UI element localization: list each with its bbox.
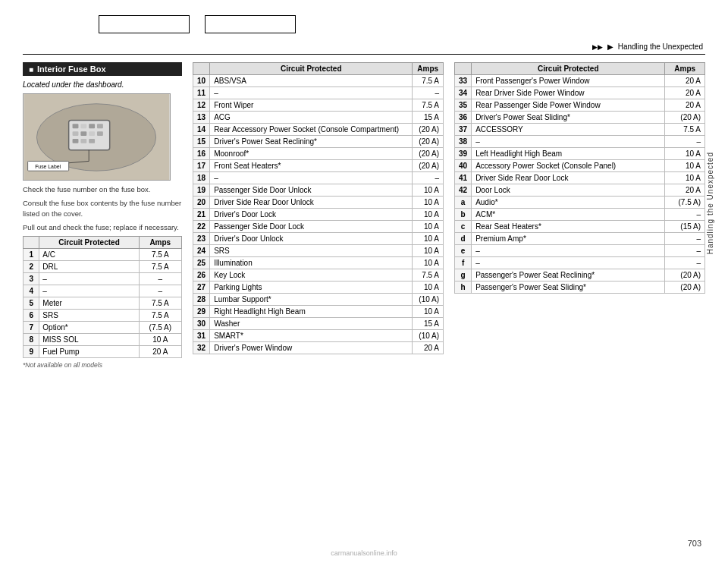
row-num: 10: [193, 75, 210, 87]
table-row: 31 SMART* (10 A): [193, 330, 444, 342]
row-circuit: Front Wiper: [210, 99, 413, 112]
row-circuit: Driver's Door Unlock: [210, 233, 413, 245]
left-table-col-num: [24, 237, 39, 249]
row-circuit: ABS/VSA: [210, 75, 413, 87]
table-row: 14 Rear Accessory Power Socket (Console …: [193, 124, 444, 136]
row-amps: 20 A: [665, 75, 705, 87]
row-amps: (7.5 A): [139, 322, 181, 334]
row-amps: 10 A: [413, 233, 444, 245]
left-table-col-amps: Amps: [139, 237, 181, 249]
row-amps: (10 A): [413, 330, 444, 342]
row-amps: 15 A: [413, 318, 444, 330]
svg-rect-8: [80, 131, 86, 136]
table-row: 9 Fuel Pump 20 A: [24, 346, 182, 358]
nav-box-1: [99, 15, 190, 33]
table-row: h Passenger's Power Seat Sliding* (20 A): [455, 282, 705, 294]
mid-col-num: [193, 63, 210, 75]
table-row: 7 Option* (7.5 A): [24, 322, 182, 334]
table-row: 18 – –: [193, 172, 444, 184]
row-circuit: Lumbar Support*: [210, 294, 413, 306]
row-num: 31: [193, 330, 210, 342]
row-circuit: Right Headlight High Beam: [210, 306, 413, 318]
row-num: 30: [193, 318, 210, 330]
row-amps: 7.5 A: [139, 297, 181, 310]
table-row: 5 Meter 7.5 A: [24, 297, 182, 310]
left-table-col-circuit: Circuit Protected: [39, 237, 139, 249]
row-circuit: Rear Driver Side Power Window: [472, 87, 665, 99]
right-column: Circuit Protected Amps 33 Front Passenge…: [454, 62, 705, 294]
table-row: 12 Front Wiper 7.5 A: [193, 99, 444, 112]
row-amps: (20 A): [413, 148, 444, 160]
svg-rect-13: [89, 139, 95, 143]
row-num: 13: [193, 112, 210, 124]
mid-column: Circuit Protected Amps 10 ABS/VSA 7.5 A …: [193, 62, 444, 354]
side-chapter-label: Handling the Unexpected: [706, 152, 714, 254]
row-circuit: SRS: [39, 310, 139, 322]
row-amps: (20 A): [413, 160, 444, 172]
nav-box-2: [205, 15, 296, 33]
top-nav: [99, 15, 705, 33]
table-row: 3 – –: [24, 273, 182, 285]
svg-text:Fuse Label: Fuse Label: [35, 164, 61, 169]
table-row: 32 Driver's Power Window 20 A: [193, 342, 444, 354]
row-amps: (20 A): [413, 136, 444, 148]
row-num: 4: [24, 285, 39, 297]
row-amps: (7.5 A): [665, 197, 705, 209]
row-amps: 10 A: [413, 209, 444, 221]
row-circuit: Driver Side Rear Door Lock: [472, 172, 665, 184]
table-row: 6 SRS 7.5 A: [24, 310, 182, 322]
table-row: 23 Driver's Door Unlock 10 A: [193, 233, 444, 245]
row-amps: –: [665, 257, 705, 269]
row-amps: 10 A: [665, 160, 705, 172]
row-amps: –: [665, 233, 705, 245]
row-amps: 20 A: [665, 99, 705, 112]
row-amps: –: [139, 273, 181, 285]
row-amps: 7.5 A: [665, 124, 705, 136]
row-num: 37: [455, 124, 472, 136]
row-circuit: Fuel Pump: [39, 346, 139, 358]
row-circuit: Passenger Side Door Unlock: [210, 184, 413, 197]
row-num: f: [455, 257, 472, 269]
row-circuit: Washer: [210, 318, 413, 330]
row-num: 39: [455, 148, 472, 160]
table-row: 28 Lumbar Support* (10 A): [193, 294, 444, 306]
table-row: 25 Illumination 10 A: [193, 257, 444, 269]
table-row: 16 Moonroof* (20 A): [193, 148, 444, 160]
row-circuit: Passenger's Power Seat Sliding*: [472, 282, 665, 294]
table-row: 20 Driver Side Rear Door Unlock 10 A: [193, 197, 444, 209]
table-row: 15 Driver's Power Seat Reclining* (20 A): [193, 136, 444, 148]
row-num: 16: [193, 148, 210, 160]
row-circuit: Passenger's Power Seat Reclining*: [472, 269, 665, 282]
row-num: 34: [455, 87, 472, 99]
row-num: 26: [193, 269, 210, 282]
row-num: 38: [455, 136, 472, 148]
row-circuit: Illumination: [210, 257, 413, 269]
chapter-arrow: ▶▶: [592, 43, 603, 51]
row-num: 7: [24, 322, 39, 334]
row-amps: 10 A: [139, 334, 181, 346]
row-num: 11: [193, 87, 210, 99]
main-content: Interior Fuse Box Located under the dash…: [23, 62, 705, 369]
chapter-label: Handling the Unexpected: [618, 42, 703, 51]
row-amps: 7.5 A: [139, 249, 181, 261]
table-row: 33 Front Passenger's Power Window 20 A: [455, 75, 705, 87]
table-row: d Premium Amp* –: [455, 233, 705, 245]
row-amps: 7.5 A: [413, 99, 444, 112]
mid-fuse-table: Circuit Protected Amps 10 ABS/VSA 7.5 A …: [193, 62, 444, 354]
row-amps: 10 A: [665, 172, 705, 184]
row-num: 1: [24, 249, 39, 261]
divider: [23, 54, 705, 55]
row-circuit: SMART*: [210, 330, 413, 342]
row-circuit: Rear Accessory Power Socket (Console Com…: [210, 124, 413, 136]
svg-rect-12: [80, 139, 86, 143]
row-amps: –: [665, 209, 705, 221]
fuse-instructions-1: Check the fuse number on the fuse box.: [23, 184, 182, 194]
row-amps: 20 A: [665, 184, 705, 197]
row-circuit: Front Seat Heaters*: [210, 160, 413, 172]
section-header: Interior Fuse Box: [23, 62, 182, 76]
table-row: 34 Rear Driver Side Power Window 20 A: [455, 87, 705, 99]
row-num: 12: [193, 99, 210, 112]
table-row: b ACM* –: [455, 209, 705, 221]
row-circuit: –: [39, 285, 139, 297]
row-circuit: Door Lock: [472, 184, 665, 197]
